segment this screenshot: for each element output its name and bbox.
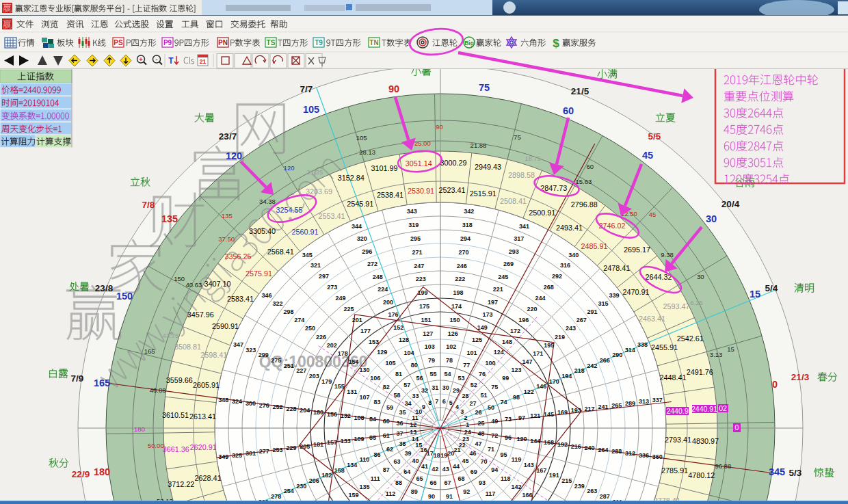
svg-text:19: 19 [440,452,447,459]
svg-text:5/4: 5/4 [765,283,778,293]
svg-text:345: 345 [302,252,313,258]
svg-text:35: 35 [399,409,406,416]
svg-text:153: 153 [369,339,379,345]
svg-text:175: 175 [419,303,429,310]
svg-text:204: 204 [300,407,310,414]
svg-text:200: 200 [383,299,393,306]
svg-text:30: 30 [442,384,449,391]
svg-text:100: 100 [486,360,496,367]
svg-text:23/7: 23/7 [219,131,237,142]
svg-text:152: 152 [393,324,403,331]
svg-text:246: 246 [457,263,467,269]
svg-text:2605.91: 2605.91 [193,381,220,389]
svg-text:40.63: 40.63 [186,281,202,289]
svg-text:46.88: 46.88 [150,386,166,394]
svg-text:2598.41: 2598.41 [200,351,227,359]
svg-text:28.13: 28.13 [359,148,375,156]
svg-text:37.50: 37.50 [218,235,235,243]
svg-text:28: 28 [462,393,468,399]
svg-text:120: 120 [284,164,295,172]
svg-text:-: - [155,55,157,63]
svg-text:287: 287 [600,493,610,500]
svg-text:301: 301 [246,450,256,457]
svg-text:$: $ [553,37,559,50]
svg-text:22/9: 22/9 [72,469,90,479]
svg-text:31: 31 [432,384,438,391]
svg-text:86: 86 [374,451,381,458]
svg-text:320: 320 [357,235,367,242]
svg-text:2545.91: 2545.91 [347,200,373,208]
svg-text:82: 82 [383,384,390,390]
svg-text:173: 173 [482,311,492,318]
svg-text:314: 314 [625,347,635,354]
svg-text:78: 78 [446,357,453,364]
svg-text:101: 101 [466,349,477,356]
svg-text:240: 240 [585,445,595,451]
svg-text:44: 44 [453,463,460,470]
svg-text:265: 265 [611,402,622,409]
svg-text:3000.29: 3000.29 [440,159,466,167]
svg-text:273: 273 [327,284,337,291]
svg-text:108: 108 [354,414,364,421]
svg-text:129: 129 [377,349,387,356]
svg-text:2463.41: 2463.41 [639,315,665,323]
svg-text:102: 102 [446,343,456,350]
svg-text:347: 347 [233,341,243,348]
svg-text:271: 271 [412,249,423,256]
svg-text:168: 168 [544,439,554,446]
svg-text:21: 21 [200,58,207,65]
svg-text:45: 45 [462,457,468,464]
svg-text:277: 277 [259,448,269,455]
svg-text:2478.41: 2478.41 [603,264,630,272]
svg-text:158: 158 [334,467,345,474]
svg-text:8: 8 [428,399,432,406]
svg-text:227: 227 [296,367,306,374]
svg-text:2500.91: 2500.91 [529,209,555,217]
svg-text:124: 124 [494,349,504,356]
svg-text:318: 318 [462,222,473,228]
svg-text:132: 132 [341,412,351,419]
svg-text:253: 253 [273,447,283,453]
svg-text:289: 289 [625,400,635,407]
svg-text:345: 345 [769,466,785,477]
svg-text:12: 12 [410,421,416,428]
svg-text:57: 57 [403,382,410,388]
svg-text:69: 69 [471,468,477,475]
svg-text:142: 142 [512,483,522,490]
svg-text:P9: P9 [163,39,172,47]
svg-text:241: 241 [598,403,608,410]
svg-text:143: 143 [524,462,534,468]
svg-text:131: 131 [347,388,357,395]
svg-text:106: 106 [370,375,380,382]
svg-text:7: 7 [435,398,438,405]
svg-text:45: 45 [642,150,653,161]
svg-text:3051.14: 3051.14 [406,159,432,168]
svg-text:2538.41: 2538.41 [377,191,403,199]
svg-text:2793.41: 2793.41 [665,436,691,444]
svg-text:223: 223 [416,276,426,282]
svg-text:144: 144 [530,438,540,445]
svg-text:33: 33 [412,393,419,399]
svg-text:+: + [139,55,143,63]
svg-text:56: 56 [416,375,423,382]
svg-text:60: 60 [383,418,390,425]
svg-text:34.38: 34.38 [259,198,276,205]
svg-text:180: 180 [94,466,110,477]
svg-text:60: 60 [586,163,594,170]
svg-text:268: 268 [544,284,554,291]
svg-text:321: 321 [310,262,321,269]
svg-text:244: 244 [535,295,546,302]
svg-text:9: 9 [422,403,425,410]
svg-text:2575.91: 2575.91 [246,269,272,278]
svg-text:2515.91: 2515.91 [470,189,496,198]
svg-text:196: 196 [518,317,529,323]
svg-text:5/3: 5/3 [789,468,802,478]
svg-text:180: 180 [313,409,323,416]
svg-text:2470.91: 2470.91 [623,288,650,296]
svg-text:3305.40: 3305.40 [249,227,276,235]
svg-text:206: 206 [309,477,319,484]
svg-text:198: 198 [453,289,464,296]
svg-text:242: 242 [587,362,597,369]
svg-text:2583.41: 2583.41 [227,295,254,303]
svg-text:81: 81 [395,371,402,377]
